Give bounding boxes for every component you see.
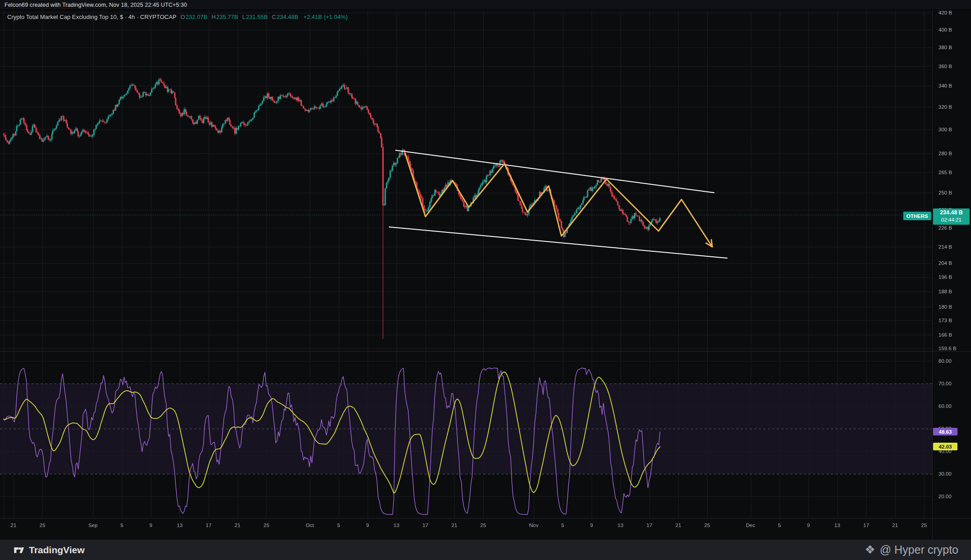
price-tick-label: 173 B bbox=[938, 318, 952, 323]
price-tick-label: 226 B bbox=[938, 225, 952, 231]
time-tick-label: 21 bbox=[892, 523, 898, 528]
price-tick-label: 166 B bbox=[938, 332, 952, 338]
time-tick-label: 21 bbox=[452, 523, 457, 528]
price-tick-label: 196 B bbox=[938, 274, 952, 280]
rsi-tick-label: 20.00 bbox=[938, 494, 952, 499]
change-value: +2.41B (+1.04%) bbox=[303, 14, 348, 20]
time-tick-label: 9 bbox=[366, 523, 369, 528]
rsi-ma-value-badge: 42.03 bbox=[933, 443, 957, 450]
price-tick-label: 180 B bbox=[938, 304, 952, 310]
time-tick-label: 9 bbox=[149, 523, 152, 528]
tradingview-brand-link[interactable]: TradingView bbox=[13, 544, 84, 556]
price-tick-label: 159.6 B bbox=[938, 346, 957, 351]
ohlc-close: C234.48B bbox=[272, 14, 299, 20]
time-tick-label: 21 bbox=[11, 523, 17, 528]
time-tick-label: 13 bbox=[177, 523, 183, 528]
time-tick-label: 5 bbox=[561, 523, 564, 528]
ohlc-low: L231.55B bbox=[242, 14, 268, 20]
pane-separator[interactable] bbox=[0, 351, 971, 352]
time-tick-label: 17 bbox=[423, 523, 429, 528]
last-price-value: 234.48 B bbox=[933, 208, 970, 217]
time-tick-label: Dec bbox=[746, 523, 755, 528]
time-tick-label: 5 bbox=[121, 523, 123, 528]
others-symbol-tag: OTHERS bbox=[903, 212, 931, 220]
rsi-tick-label: 70.00 bbox=[938, 381, 952, 386]
time-tick-label: Sep bbox=[89, 523, 98, 528]
time-tick-label: 17 bbox=[864, 523, 869, 528]
time-tick-label: 25 bbox=[705, 523, 710, 528]
price-tick-label: 320 B bbox=[938, 104, 952, 110]
footer-bar: TradingView ❖ @ Hyper crypto bbox=[0, 540, 971, 560]
bar-countdown: 02:44:21 bbox=[933, 217, 970, 223]
time-tick-label: 21 bbox=[676, 523, 682, 528]
time-tick-label: 9 bbox=[590, 523, 593, 528]
time-tick-label: 25 bbox=[40, 523, 46, 528]
rsi-tick-label: 80.00 bbox=[938, 358, 952, 364]
rsi-value-badge: 48.63 bbox=[933, 428, 957, 435]
ohlc-high: H235.77B bbox=[211, 14, 238, 20]
rsi-tick-label: 30.00 bbox=[938, 471, 952, 477]
symbol-legend: Crypto Total Market Cap Excluding Top 10… bbox=[7, 14, 348, 20]
snapshot-header-bar: Felcon69 created with TradingView.com, N… bbox=[0, 0, 971, 10]
price-tick-label: 214 B bbox=[938, 244, 952, 250]
time-tick-label: 5 bbox=[337, 523, 340, 528]
time-tick-label: Oct bbox=[306, 523, 314, 528]
price-tick-label: 340 B bbox=[938, 83, 952, 88]
watermark-text: @ Hyper crypto bbox=[880, 543, 958, 556]
time-tick-label: 13 bbox=[394, 523, 400, 528]
rsi-tick-label: 60.00 bbox=[938, 403, 952, 409]
binance-diamond-icon: ❖ bbox=[865, 543, 875, 557]
price-tick-label: 280 B bbox=[938, 151, 952, 156]
tradingview-logo-icon bbox=[13, 544, 24, 556]
symbol-title[interactable]: Crypto Total Market Cap Excluding Top 10… bbox=[7, 14, 177, 20]
time-tick-label: 9 bbox=[807, 523, 810, 528]
last-price-badge: 234.48 B 02:44:21 bbox=[933, 208, 970, 225]
time-tick-label: 25 bbox=[264, 523, 270, 528]
time-tick-label: 21 bbox=[235, 523, 241, 528]
price-tick-label: 300 B bbox=[938, 127, 952, 132]
time-tick-label: 13 bbox=[835, 523, 840, 528]
snapshot-attribution-text: Felcon69 created with TradingView.com, N… bbox=[5, 2, 187, 8]
price-tick-label: 380 B bbox=[938, 45, 952, 50]
time-tick-label: 17 bbox=[647, 523, 653, 528]
tradingview-snapshot: Felcon69 created with TradingView.com, N… bbox=[0, 0, 971, 560]
price-axis-separator bbox=[932, 10, 933, 540]
time-tick-label: 25 bbox=[481, 523, 486, 528]
time-tick-label: Nov bbox=[529, 523, 538, 528]
chart-canvas[interactable] bbox=[0, 0, 971, 560]
time-tick-label: 5 bbox=[778, 523, 781, 528]
price-tick-label: 420 B bbox=[938, 10, 952, 15]
tradingview-brand-text: TradingView bbox=[29, 545, 84, 555]
time-tick-label: 17 bbox=[206, 523, 212, 528]
time-tick-label: 13 bbox=[618, 523, 624, 528]
price-tick-label: 188 B bbox=[938, 289, 952, 294]
channel-watermark: ❖ @ Hyper crypto bbox=[865, 543, 958, 557]
price-tick-label: 250 B bbox=[938, 190, 952, 195]
price-tick-label: 204 B bbox=[938, 260, 952, 266]
price-tick-label: 265 B bbox=[938, 170, 952, 175]
time-axis-separator bbox=[0, 518, 971, 518]
price-tick-label: 400 B bbox=[938, 27, 952, 32]
price-tick-label: 360 B bbox=[938, 64, 952, 69]
time-tick-label: 25 bbox=[921, 523, 927, 528]
ohlc-open: O232.07B bbox=[181, 14, 208, 20]
